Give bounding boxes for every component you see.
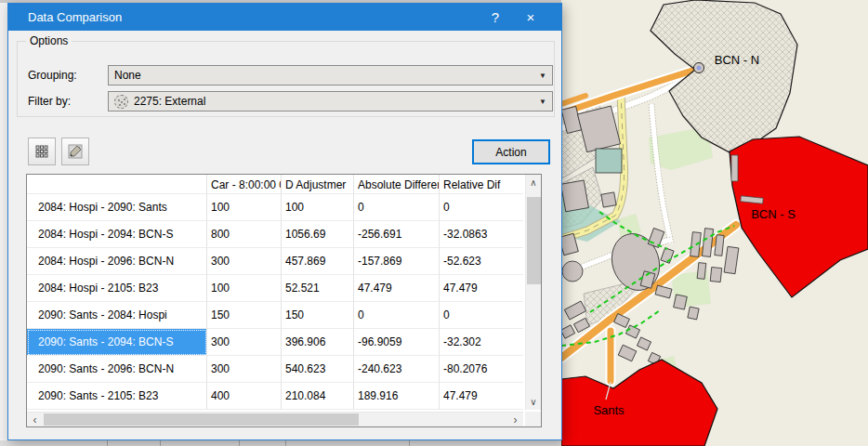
value-cell[interactable]: -240.623 [354,356,440,383]
table-row[interactable]: 2090: Sants - 2084: Hospi 150 150 0 0 [27,302,523,329]
map-view[interactable]: BCN - N BCN - S Sants [561,0,868,446]
value-cell[interactable]: 400 [207,383,282,410]
dialog-title: Data Comparison [8,10,478,24]
titlebar[interactable]: Data Comparison ? × [8,4,561,31]
value-cell[interactable]: 1056.69 [282,221,354,248]
status-separator [239,440,240,446]
action-button-label: Action [495,146,526,159]
value-cell[interactable]: 540.623 [282,356,354,383]
table-row-selected[interactable]: 2090: Sants - 2094: BCN-S 300 396.906 -9… [27,329,523,356]
chevron-down-icon: ▼ [539,98,546,106]
grouping-select[interactable]: None ▼ [108,65,553,85]
value-cell[interactable]: 300 [207,329,282,356]
status-separator [285,440,286,446]
column-header[interactable]: D Adjustmer [282,175,354,194]
value-cell[interactable]: 0 [440,302,523,329]
value-cell[interactable]: 47.479 [440,275,523,302]
grouping-value: None [114,69,141,82]
value-cell[interactable]: 300 [207,356,282,383]
value-cell[interactable]: -96.9059 [354,329,440,356]
action-button[interactable]: Action [472,139,550,164]
value-cell[interactable]: -256.691 [354,221,440,248]
table-row[interactable]: 2084: Hospi - 2094: BCN-S 800 1056.69 -2… [27,221,523,248]
scroll-up-button[interactable]: ∧ [526,175,541,190]
horizontal-scrollbar[interactable]: ‹ › [27,412,523,426]
value-cell[interactable]: 0 [354,302,440,329]
value-cell[interactable]: 52.521 [282,275,354,302]
value-cell[interactable]: 457.869 [282,248,354,275]
value-cell[interactable]: 100 [207,194,282,221]
value-cell[interactable]: 47.479 [440,383,523,410]
value-cell[interactable]: -32.0863 [440,221,523,248]
grouping-label: Grouping: [28,65,77,85]
value-cell[interactable]: 100 [207,275,282,302]
filter-by-select[interactable]: 2275: External ▼ [108,91,553,112]
matrix-view-button[interactable] [28,138,56,165]
vertical-scroll-thumb[interactable] [527,197,541,284]
scroll-right-button[interactable]: › [507,413,523,426]
scrollbar-corner [525,412,541,426]
status-separator [409,440,410,446]
value-cell[interactable]: -157.869 [354,248,440,275]
data-comparison-dialog: Data Comparison ? × Options Grouping: No… [7,3,562,440]
row-label-cell[interactable]: 2084: Hospi - 2090: Sants [27,194,207,221]
value-cell[interactable]: -32.302 [440,329,523,356]
value-cell[interactable]: 100 [282,194,354,221]
chevron-down-icon: ▼ [539,72,546,80]
table-row[interactable]: 2084: Hospi - 2096: BCN-N 300 457.869 -1… [27,248,523,275]
zone-filter-icon [114,95,128,109]
horizontal-scroll-thumb[interactable] [44,413,359,426]
row-label-cell[interactable]: 2084: Hospi - 2094: BCN-S [27,221,207,248]
filter-by-label: Filter by: [28,91,71,112]
value-cell[interactable]: 396.906 [282,329,354,356]
row-label-cell[interactable]: 2084: Hospi - 2105: B23 [27,275,207,302]
status-separator [107,440,108,446]
value-cell[interactable]: -80.2076 [440,356,523,383]
help-button[interactable]: ? [478,4,513,31]
edit-diagonal-button[interactable] [61,138,89,165]
value-cell[interactable]: 189.916 [354,383,440,410]
scroll-down-button[interactable]: ∨ [526,394,541,410]
value-cell[interactable]: 210.084 [282,383,354,410]
options-group-label: Options [26,34,72,47]
options-group: Options Grouping: None ▼ Filter by: 2275… [17,41,555,117]
table-row[interactable]: 2084: Hospi - 2105: B23 100 52.521 47.47… [27,275,523,302]
pencil-icon [68,144,83,159]
map-canvas: BCN - N BCN - S Sants [561,0,868,446]
scroll-left-button[interactable]: ‹ [27,413,43,426]
vertical-scrollbar[interactable]: ∧ ∨ [525,175,541,410]
value-cell[interactable]: 300 [207,248,282,275]
zone-label-bcn-s: BCN - S [751,207,796,221]
zone-label-bcn-n: BCN - N [715,53,759,67]
column-header[interactable]: Car - 8:00:00 01 [207,175,282,194]
table-row[interactable]: 2084: Hospi - 2090: Sants 100 100 0 0 [27,194,523,221]
network-node[interactable] [694,63,704,73]
value-cell[interactable]: 150 [207,302,282,329]
zone-label-sants: Sants [593,403,625,417]
value-cell[interactable]: -52.623 [440,248,523,275]
value-cell[interactable]: 0 [354,194,440,221]
row-label-cell[interactable]: 2090: Sants - 2096: BCN-N [27,356,207,383]
column-header[interactable] [27,175,207,194]
close-button[interactable]: × [513,4,548,31]
row-label-cell[interactable]: 2090: Sants - 2105: B23 [27,383,207,410]
value-cell[interactable]: 0 [440,194,523,221]
table-row[interactable]: 2090: Sants - 2105: B23 400 210.084 189.… [27,383,523,410]
table-header: Car - 8:00:00 01 D Adjustmer Absolute Di… [27,175,523,194]
status-bar [0,439,561,446]
table-body: 2084: Hospi - 2090: Sants 100 100 0 0 20… [27,194,523,410]
filter-value: 2275: External [134,95,205,108]
row-label-cell[interactable]: 2090: Sants - 2084: Hospi [27,302,207,329]
value-cell[interactable]: 150 [282,302,354,329]
row-label-cell[interactable]: 2090: Sants - 2094: BCN-S [27,329,207,356]
row-label-cell[interactable]: 2084: Hospi - 2096: BCN-N [27,248,207,275]
column-header[interactable]: Relative Dif [440,175,523,194]
value-cell[interactable]: 800 [207,221,282,248]
column-header[interactable]: Absolute Difference [354,175,440,194]
data-table: Car - 8:00:00 01 D Adjustmer Absolute Di… [26,174,542,427]
value-cell[interactable]: 47.479 [354,275,440,302]
table-row[interactable]: 2090: Sants - 2096: BCN-N 300 540.623 -2… [27,356,523,383]
status-separator [160,440,161,446]
grid-icon [35,145,48,158]
